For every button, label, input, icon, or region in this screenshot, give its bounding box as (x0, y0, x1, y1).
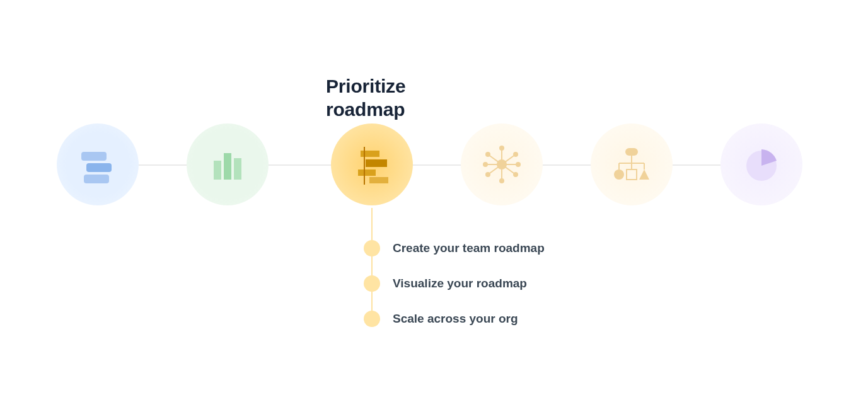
bullet-dot-icon (364, 275, 380, 292)
pie-icon (736, 139, 787, 190)
svg-point-19 (497, 159, 507, 169)
active-step-connector (371, 208, 373, 321)
svg-point-27 (485, 152, 490, 157)
svg-rect-6 (361, 151, 379, 157)
bullet-item-1[interactable]: Create your team roadmap (364, 240, 545, 256)
svg-point-24 (499, 178, 504, 183)
workflow-stepper: Prioritize roadmap (0, 0, 868, 402)
svg-rect-3 (214, 161, 221, 180)
step-node-3[interactable] (331, 123, 413, 205)
svg-point-22 (516, 162, 521, 167)
svg-rect-4 (224, 153, 231, 180)
bullet-label: Scale across your org (393, 312, 518, 326)
step-node-2[interactable] (187, 123, 269, 205)
svg-point-21 (513, 152, 518, 157)
svg-rect-2 (84, 175, 109, 183)
svg-point-20 (499, 146, 504, 151)
svg-rect-1 (86, 163, 112, 172)
svg-rect-8 (358, 169, 376, 176)
svg-rect-7 (366, 159, 387, 167)
svg-marker-36 (639, 169, 649, 180)
bullet-dot-icon (364, 311, 380, 327)
bar-chart-icon (202, 139, 253, 190)
svg-point-23 (513, 172, 518, 177)
svg-point-26 (483, 162, 488, 167)
svg-rect-28 (625, 148, 638, 156)
title-line-2: roadmap (326, 99, 405, 120)
svg-rect-35 (627, 169, 637, 180)
svg-point-25 (485, 172, 490, 177)
title-line-1: Prioritize (326, 76, 405, 96)
svg-rect-5 (234, 158, 241, 180)
svg-rect-0 (81, 152, 107, 161)
svg-point-34 (614, 169, 624, 180)
bullet-item-3[interactable]: Scale across your org (364, 311, 518, 327)
bullet-label: Create your team roadmap (393, 241, 545, 255)
bullet-dot-icon (364, 240, 380, 256)
bullet-label: Visualize your roadmap (393, 277, 527, 290)
stacked-bars-icon (72, 139, 123, 190)
network-icon (477, 139, 527, 190)
svg-rect-9 (369, 177, 388, 183)
gantt-icon (347, 139, 397, 190)
step-node-6[interactable] (720, 123, 802, 205)
org-shapes-icon (606, 139, 657, 190)
step-node-1[interactable] (57, 123, 139, 205)
step-node-5[interactable] (591, 123, 673, 205)
active-step-title: Prioritize roadmap (326, 74, 405, 122)
bullet-item-2[interactable]: Visualize your roadmap (364, 275, 527, 292)
step-node-4[interactable] (461, 123, 543, 205)
